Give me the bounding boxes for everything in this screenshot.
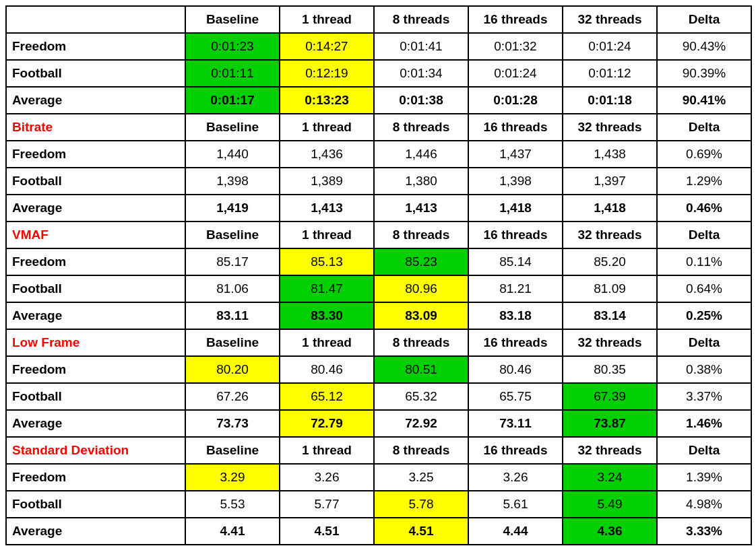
row-label-freedom: Freedom bbox=[6, 33, 185, 60]
column-header-delta: Delta bbox=[657, 437, 751, 464]
data-cell: 1.29% bbox=[657, 168, 751, 195]
data-cell: 0:01:34 bbox=[374, 60, 468, 87]
data-cell: 80.46 bbox=[468, 356, 563, 383]
column-header-delta: Delta bbox=[657, 114, 751, 141]
column-header-8-threads: 8 threads bbox=[374, 6, 468, 33]
column-header-16-threads: 16 threads bbox=[468, 114, 563, 141]
data-cell: 0.25% bbox=[657, 302, 751, 329]
data-cell: 1,437 bbox=[468, 141, 563, 168]
data-cell: 0:01:23 bbox=[185, 33, 280, 60]
data-cell: 4.44 bbox=[468, 518, 563, 545]
table-row: Football81.0681.4780.9681.2181.090.64% bbox=[6, 275, 751, 302]
table-row: Average1,4191,4131,4131,4181,4180.46% bbox=[6, 195, 751, 221]
data-cell: 5.49 bbox=[563, 491, 657, 518]
table-row: Football0:01:110:12:190:01:340:01:240:01… bbox=[6, 60, 751, 87]
section-header-vmaf: VMAF bbox=[6, 221, 185, 248]
data-cell: 73.73 bbox=[185, 410, 280, 437]
data-cell: 0:01:12 bbox=[563, 60, 657, 87]
row-label-average: Average bbox=[6, 410, 185, 437]
data-cell: 0:01:41 bbox=[374, 33, 468, 60]
data-cell: 3.24 bbox=[563, 464, 657, 491]
data-cell: 65.75 bbox=[468, 383, 563, 410]
data-cell: 0:12:19 bbox=[280, 60, 374, 87]
column-header-16-threads: 16 threads bbox=[468, 6, 563, 33]
data-cell: 0:01:38 bbox=[374, 87, 468, 114]
data-cell: 1,436 bbox=[280, 141, 374, 168]
data-cell: 4.51 bbox=[280, 518, 374, 545]
section-header-blank bbox=[6, 6, 185, 33]
data-cell: 0:01:24 bbox=[563, 33, 657, 60]
data-cell: 81.09 bbox=[563, 275, 657, 302]
data-cell: 80.96 bbox=[374, 275, 468, 302]
data-cell: 80.51 bbox=[374, 356, 468, 383]
data-cell: 67.26 bbox=[185, 383, 280, 410]
data-cell: 0.38% bbox=[657, 356, 751, 383]
table-row: Football67.2665.1265.3265.7567.393.37% bbox=[6, 383, 751, 410]
column-header-1-thread: 1 thread bbox=[280, 6, 374, 33]
data-cell: 67.39 bbox=[563, 383, 657, 410]
data-cell: 1,413 bbox=[280, 195, 374, 221]
data-cell: 80.20 bbox=[185, 356, 280, 383]
row-label-football: Football bbox=[6, 383, 185, 410]
data-cell: 0:01:32 bbox=[468, 33, 563, 60]
data-cell: 85.20 bbox=[563, 248, 657, 275]
data-cell: 80.35 bbox=[563, 356, 657, 383]
table-row: Freedom85.1785.1385.2385.1485.200.11% bbox=[6, 248, 751, 275]
data-cell: 1,380 bbox=[374, 168, 468, 195]
data-cell: 4.51 bbox=[374, 518, 468, 545]
data-cell: 1,398 bbox=[468, 168, 563, 195]
data-cell: 1,413 bbox=[374, 195, 468, 221]
row-label-average: Average bbox=[6, 302, 185, 329]
table-row: Freedom0:01:230:14:270:01:410:01:320:01:… bbox=[6, 33, 751, 60]
data-cell: 1,418 bbox=[563, 195, 657, 221]
data-cell: 90.39% bbox=[657, 60, 751, 87]
data-cell: 85.13 bbox=[280, 248, 374, 275]
data-cell: 81.21 bbox=[468, 275, 563, 302]
row-label-average: Average bbox=[6, 518, 185, 545]
data-cell: 1,397 bbox=[563, 168, 657, 195]
row-label-football: Football bbox=[6, 275, 185, 302]
column-header-8-threads: 8 threads bbox=[374, 329, 468, 356]
column-header-baseline: Baseline bbox=[185, 329, 280, 356]
column-header-baseline: Baseline bbox=[185, 221, 280, 248]
row-label-average: Average bbox=[6, 195, 185, 221]
data-cell: 85.14 bbox=[468, 248, 563, 275]
column-header-baseline: Baseline bbox=[185, 6, 280, 33]
data-cell: 65.12 bbox=[280, 383, 374, 410]
data-cell: 83.18 bbox=[468, 302, 563, 329]
row-label-freedom: Freedom bbox=[6, 464, 185, 491]
data-cell: 83.30 bbox=[280, 302, 374, 329]
data-cell: 5.61 bbox=[468, 491, 563, 518]
section-header-bitrate: Bitrate bbox=[6, 114, 185, 141]
section-header-standard-deviation: Standard Deviation bbox=[6, 437, 185, 464]
data-cell: 65.32 bbox=[374, 383, 468, 410]
section-header-low-frame: Low Frame bbox=[6, 329, 185, 356]
row-label-freedom: Freedom bbox=[6, 141, 185, 168]
data-cell: 0:01:24 bbox=[468, 60, 563, 87]
column-header-16-threads: 16 threads bbox=[468, 437, 563, 464]
data-cell: 73.87 bbox=[563, 410, 657, 437]
row-label-football: Football bbox=[6, 60, 185, 87]
table-row: Average4.414.514.514.444.363.33% bbox=[6, 518, 751, 545]
column-header-32-threads: 32 threads bbox=[563, 221, 657, 248]
data-cell: 3.26 bbox=[280, 464, 374, 491]
column-header-8-threads: 8 threads bbox=[374, 437, 468, 464]
column-header-32-threads: 32 threads bbox=[563, 114, 657, 141]
data-cell: 3.29 bbox=[185, 464, 280, 491]
column-header-32-threads: 32 threads bbox=[563, 329, 657, 356]
data-cell: 83.09 bbox=[374, 302, 468, 329]
column-header-1-thread: 1 thread bbox=[280, 114, 374, 141]
data-cell: 0:01:17 bbox=[185, 87, 280, 114]
column-header-delta: Delta bbox=[657, 221, 751, 248]
data-cell: 85.17 bbox=[185, 248, 280, 275]
table-row: Football1,3981,3891,3801,3981,3971.29% bbox=[6, 168, 751, 195]
table-row: Football5.535.775.785.615.494.98% bbox=[6, 491, 751, 518]
row-label-average: Average bbox=[6, 87, 185, 114]
column-header-8-threads: 8 threads bbox=[374, 114, 468, 141]
data-cell: 3.26 bbox=[468, 464, 563, 491]
data-cell: 0.69% bbox=[657, 141, 751, 168]
data-cell: 81.47 bbox=[280, 275, 374, 302]
data-cell: 1,438 bbox=[563, 141, 657, 168]
data-cell: 0:01:28 bbox=[468, 87, 563, 114]
data-cell: 0.11% bbox=[657, 248, 751, 275]
